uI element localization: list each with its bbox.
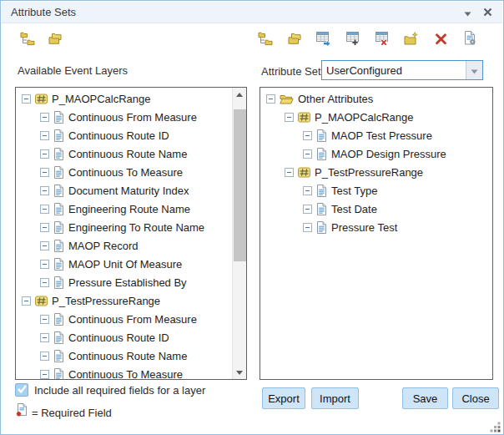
field-icon (53, 111, 64, 124)
tree-item-label: MAOP Test Pressure (331, 129, 432, 142)
required-field-legend: = Required Field (32, 407, 112, 419)
collapse-expander-icon[interactable] (40, 131, 49, 140)
tree-item-maop-design-pressure[interactable]: MAOP Design Pressure (260, 144, 491, 163)
include-required-label: Include all required fields for a layer (34, 384, 205, 397)
close-x-icon (483, 5, 492, 20)
tree-item-continuous-to-measure[interactable]: Continuous To Measure (16, 163, 231, 181)
scrollbar-thumb[interactable] (234, 109, 246, 261)
tree-item-continuous-route-id[interactable]: Continuous Route ID (16, 328, 231, 346)
tree-item-maop-record[interactable]: MAOP Record (16, 236, 231, 255)
collapse-folders-icon (288, 33, 302, 48)
collapse-expander-icon[interactable] (303, 186, 312, 195)
expand-tree-icon (20, 32, 35, 49)
tree-item-p-maopcalcrange[interactable]: P_MAOPCalcRange (16, 89, 231, 108)
available-event-layers-panel: P_MAOPCalcRangeContinuous From MeasureCo… (15, 87, 247, 380)
collapse-expander-icon[interactable] (40, 370, 49, 379)
import-button[interactable]: Import (311, 387, 359, 409)
dropdown-arrow-button[interactable] (466, 61, 482, 79)
collapse-expander-icon[interactable] (303, 131, 312, 140)
titlebar: Attribute Sets (2, 2, 502, 23)
chevron-down-icon (471, 63, 478, 78)
collapse-expander-icon[interactable] (285, 113, 294, 122)
tree-item-pressure-established-by[interactable]: Pressure Established By (16, 273, 231, 291)
collapse-expander-icon[interactable] (40, 205, 49, 214)
field-icon (53, 368, 64, 381)
attribute-set-panel: Other AttributesP_MAOPCalcRangeMAOP Test… (260, 87, 493, 380)
new-attribute-set-button[interactable] (344, 31, 362, 49)
collapse-expander-icon[interactable] (303, 205, 312, 214)
delete-x-icon (435, 33, 447, 48)
scroll-up-button[interactable] (233, 88, 246, 101)
collapse-expander-icon[interactable] (40, 223, 49, 232)
collapse-expander-icon[interactable] (266, 94, 275, 104)
delete-attribute-set-button[interactable] (373, 31, 391, 49)
tree-item-p-testpressurerange[interactable]: P_TestPressureRange (260, 163, 491, 181)
attribute-set-properties-button[interactable] (461, 31, 479, 49)
tree-item-test-type[interactable]: Test Type (260, 181, 491, 200)
collapse-expander-icon[interactable] (22, 94, 31, 104)
collapse-expander-icon[interactable] (40, 333, 49, 342)
tree-item-label: P_TestPressureRange (315, 166, 423, 179)
collapse-expander-icon[interactable] (40, 168, 49, 177)
expand-attribute-set-button[interactable] (256, 31, 275, 49)
tree-item-continuous-route-id[interactable]: Continuous Route ID (16, 126, 231, 144)
collapse-expander-icon[interactable] (40, 149, 49, 159)
expand-event-layers-button[interactable] (18, 31, 37, 49)
collapse-expander-icon[interactable] (40, 260, 49, 269)
tree-item-p-maopcalcrange[interactable]: P_MAOPCalcRange (260, 108, 491, 126)
field-icon (316, 185, 327, 197)
tree-item-label: Test Type (331, 185, 377, 197)
attribute-set-dropdown[interactable]: UserConfigured (321, 60, 483, 80)
field-icon (53, 331, 64, 344)
close-button[interactable]: Close (452, 387, 499, 409)
scroll-down-button[interactable] (233, 366, 246, 379)
remove-item-button[interactable] (431, 31, 450, 49)
tree-item-p-testpressurerange[interactable]: P_TestPressureRange (16, 291, 231, 310)
collapse-expander-icon[interactable] (22, 296, 31, 306)
resize-grip[interactable] (490, 421, 501, 432)
collapse-expander-icon[interactable] (40, 113, 49, 122)
collapse-expander-icon[interactable] (303, 223, 312, 232)
new-group-button[interactable] (402, 31, 421, 49)
collapse-expander-icon[interactable] (40, 241, 49, 250)
collapse-expander-icon[interactable] (303, 149, 312, 159)
tree-item-label: P_TestPressureRange (52, 295, 160, 307)
tree-item-pressure-test[interactable]: Pressure Test (260, 218, 491, 236)
collapse-expander-icon[interactable] (40, 352, 49, 361)
field-icon (53, 221, 64, 234)
tree-item-continuous-from-measure[interactable]: Continuous From Measure (16, 310, 231, 328)
collapse-event-layers-button[interactable] (46, 31, 64, 49)
tree-item-continuous-route-name[interactable]: Continuous Route Name (16, 144, 231, 163)
tree-item-continuous-route-name[interactable]: Continuous Route Name (16, 346, 231, 365)
tree-item-engineering-route-name[interactable]: Engineering Route Name (16, 200, 231, 218)
field-icon (53, 185, 64, 197)
collapse-expander-icon[interactable] (285, 168, 294, 177)
tree-item-label: P_MAOPCalcRange (315, 111, 414, 124)
tree-item-label: Continuous Route Name (68, 350, 187, 362)
tree-item-engineering-to-route-name[interactable]: Engineering To Route Name (16, 218, 231, 236)
save-button[interactable]: Save (402, 387, 448, 409)
tree-item-continuous-from-measure[interactable]: Continuous From Measure (16, 108, 231, 126)
collapse-expander-icon[interactable] (40, 315, 49, 324)
open-attribute-set-button[interactable] (315, 31, 333, 49)
window-close-button[interactable] (481, 6, 495, 20)
export-button[interactable]: Export (262, 387, 305, 409)
tree-item-label: Engineering To Route Name (68, 221, 204, 234)
vertical-scrollbar[interactable] (232, 88, 246, 379)
tree-item-label: Continuous Route ID (68, 331, 169, 344)
tree-item-maop-test-pressure[interactable]: MAOP Test Pressure (260, 126, 491, 144)
tree-item-other-attributes[interactable]: Other Attributes (260, 89, 491, 108)
tree-item-maop-unit-of-measure[interactable]: MAOP Unit Of Measure (16, 255, 231, 273)
include-required-checkbox[interactable] (15, 383, 28, 397)
collapse-expander-icon[interactable] (40, 278, 49, 287)
triangle-down-icon (236, 371, 243, 375)
field-icon (53, 258, 64, 271)
collapse-expander-icon[interactable] (40, 186, 49, 195)
collapse-attribute-set-button[interactable] (285, 31, 304, 49)
window-menu-button[interactable] (461, 6, 475, 20)
tree-item-test-date[interactable]: Test Date (260, 200, 491, 218)
tree-item-document-maturity-index[interactable]: Document Maturity Index (16, 181, 231, 200)
tree-item-label: Continuous To Measure (68, 166, 183, 179)
tree-item-continuous-to-measure[interactable]: Continuous To Measure (16, 365, 231, 380)
report-settings-icon (463, 31, 476, 49)
